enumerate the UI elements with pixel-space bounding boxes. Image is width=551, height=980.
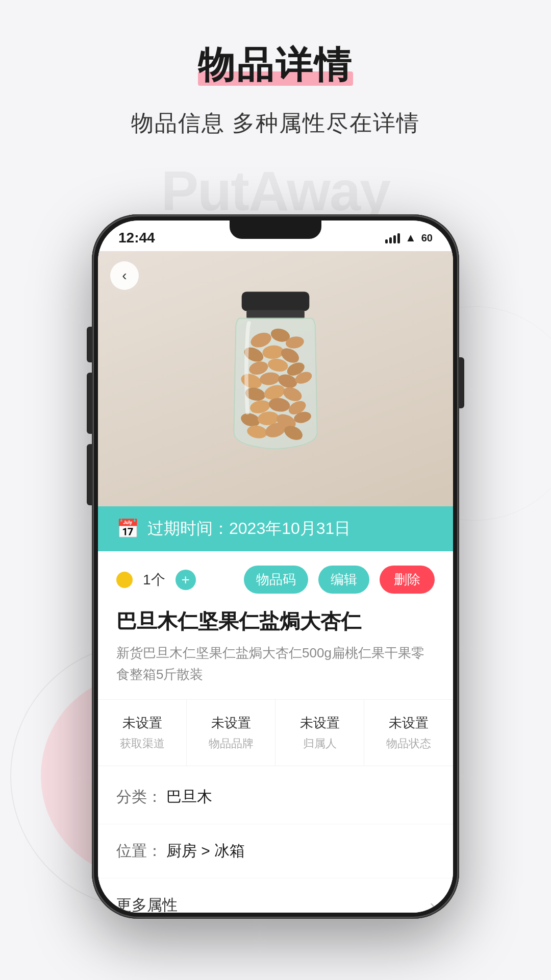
attr-owner-value: 未设置: [300, 714, 340, 732]
volume-up-button: [87, 373, 92, 434]
delete-button[interactable]: 删除: [380, 566, 435, 594]
category-value: 巴旦木: [166, 787, 212, 807]
attr-owner: 未设置 归属人: [276, 700, 364, 766]
page-header: 物品详情 物品信息 多种属性尽在详情: [0, 0, 551, 138]
product-description: 新货巴旦木仁坚果仁盐焗大杏仁500g扁桃仁果干果零食整箱5斤散装: [98, 643, 453, 699]
signal-bar-2: [389, 237, 392, 243]
item-action-row: 1个 + 物品码 编辑 删除: [98, 551, 453, 608]
signal-bar-3: [393, 235, 396, 243]
mute-button: [87, 327, 92, 362]
chevron-right-icon: ›: [430, 897, 435, 913]
attributes-grid: 未设置 获取渠道 未设置 物品品牌 未设置 归属人 未设置 物品状态: [98, 699, 453, 766]
expiry-text: 过期时间：2023年10月31日: [147, 518, 350, 540]
power-button: [459, 357, 464, 408]
page-title: 物品详情: [198, 41, 353, 90]
svg-rect-0: [242, 291, 310, 311]
expiry-date: 2023年10月31日: [229, 519, 350, 537]
edit-button[interactable]: 编辑: [318, 566, 369, 594]
add-button[interactable]: +: [176, 570, 196, 590]
signal-bar-1: [385, 239, 388, 243]
quantity-text: 1个: [143, 570, 165, 590]
attr-status: 未设置 物品状态: [364, 700, 453, 766]
svg-rect-1: [246, 310, 305, 318]
location-value: 厨房 > 冰箱: [166, 841, 245, 862]
signal-icon: [385, 232, 400, 243]
attr-source-label: 获取渠道: [120, 736, 165, 751]
status-right-icons: ▲ 60: [385, 231, 433, 244]
phone-mockup: 12:44 ▲ 60 ‹: [92, 214, 459, 919]
calendar-icon: 📅: [116, 518, 139, 540]
category-row: 分类： 巴旦木: [98, 770, 453, 824]
content-area: 1个 + 物品码 编辑 删除 巴旦木仁坚果仁盐焗大杏仁 新货巴旦木仁坚果仁盐焗大…: [98, 551, 453, 913]
attr-brand: 未设置 物品品牌: [187, 700, 276, 766]
location-label: 位置：: [116, 841, 162, 862]
camera-notch: [230, 220, 321, 239]
product-title: 巴旦木仁坚果仁盐焗大杏仁: [98, 608, 453, 643]
product-jar-image: [209, 287, 342, 471]
status-time: 12:44: [118, 230, 155, 246]
battery-level: 60: [421, 232, 433, 243]
barcode-button[interactable]: 物品码: [244, 566, 308, 594]
phone-outer-shell: 12:44 ▲ 60 ‹: [92, 214, 459, 919]
category-label: 分类：: [116, 787, 162, 807]
volume-down-button: [87, 444, 92, 505]
expiry-label: 过期时间：: [147, 519, 229, 537]
add-icon: +: [181, 572, 189, 588]
attr-owner-label: 归属人: [303, 736, 337, 751]
signal-bar-4: [397, 233, 400, 243]
quantity-dot: [116, 572, 133, 588]
product-image-area: ‹: [98, 251, 453, 506]
phone-screen: 12:44 ▲ 60 ‹: [98, 220, 453, 913]
attr-brand-value: 未设置: [211, 714, 251, 732]
back-icon: ‹: [122, 267, 127, 284]
wifi-icon: ▲: [405, 231, 416, 244]
battery-icon: 60: [421, 232, 433, 244]
attr-brand-label: 物品品牌: [209, 736, 254, 751]
expiry-banner: 📅 过期时间：2023年10月31日: [98, 506, 453, 551]
attr-status-value: 未设置: [389, 714, 429, 732]
more-attributes-row[interactable]: 更多属性 ›: [98, 878, 453, 913]
more-label: 更多属性: [116, 895, 178, 913]
attr-source-value: 未设置: [122, 714, 162, 732]
title-wrap: 物品详情: [198, 41, 353, 90]
location-row: 位置： 厨房 > 冰箱: [98, 824, 453, 878]
page-subtitle: 物品信息 多种属性尽在详情: [0, 108, 551, 138]
attr-status-label: 物品状态: [386, 736, 431, 751]
back-button[interactable]: ‹: [110, 261, 139, 290]
attr-source: 未设置 获取渠道: [98, 700, 187, 766]
